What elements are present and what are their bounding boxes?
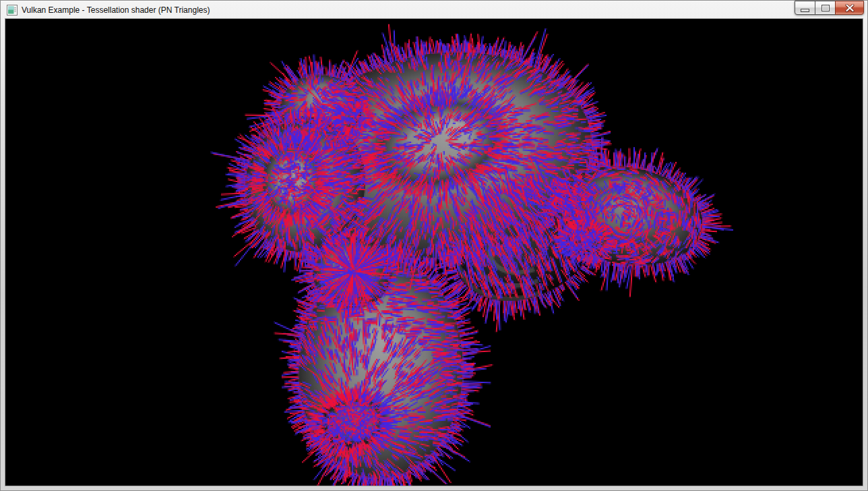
titlebar[interactable]: Vulkan Example - Tessellation shader (PN… [0,0,868,19]
viewport [5,19,863,486]
window-frame: Vulkan Example - Tessellation shader (PN… [0,0,868,491]
window-title: Vulkan Example - Tessellation shader (PN… [22,5,210,15]
app-icon[interactable] [7,5,18,16]
maximize-square-icon [822,5,830,11]
close-button[interactable] [835,1,864,15]
maximize-button[interactable] [815,1,836,15]
viewport-canvas[interactable] [5,19,863,486]
minimize-dash-icon [801,9,809,12]
minimize-button[interactable] [795,1,815,15]
close-x-icon [845,4,855,12]
window-controls [795,1,864,15]
